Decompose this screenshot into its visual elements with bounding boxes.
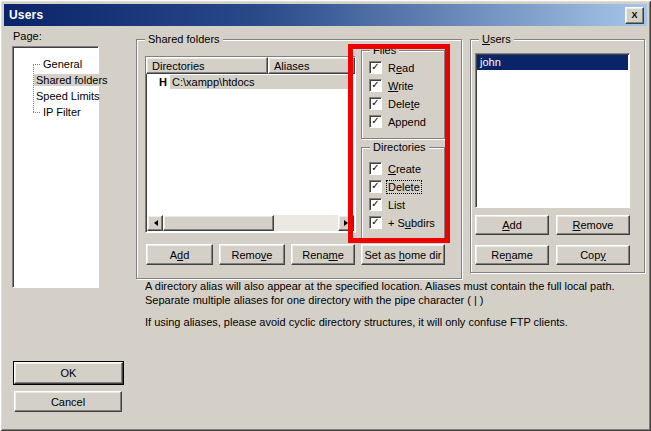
- files-group-label: Files: [370, 44, 399, 56]
- ok-button[interactable]: OK: [14, 362, 123, 384]
- append-checkbox-row[interactable]: ✓ Append: [369, 115, 427, 128]
- create-checkbox-row[interactable]: ✓ Create: [369, 162, 422, 175]
- files-permissions-group: Files ✓ Read ✓ Write ✓ Delete ✓ Append: [361, 50, 445, 139]
- users-listbox[interactable]: john: [475, 53, 630, 208]
- checkbox[interactable]: ✓: [369, 115, 382, 128]
- read-checkbox-row[interactable]: ✓ Read: [369, 61, 415, 74]
- cyclic-help-paragraph: If using aliases, please avoid cyclic di…: [145, 315, 637, 329]
- check-icon: ✓: [371, 181, 379, 191]
- scroll-right-icon: [344, 220, 351, 226]
- check-icon: ✓: [371, 62, 379, 72]
- title-bar[interactable]: Users X: [4, 4, 647, 26]
- page-tree: General Shared folders Speed Limits IP F…: [12, 46, 99, 288]
- home-directory-marker: H: [159, 76, 170, 88]
- tree-item-speed-limits[interactable]: Speed Limits: [13, 88, 98, 104]
- write-checkbox-row[interactable]: ✓ Write: [369, 79, 414, 92]
- users-group-label: Users: [479, 33, 514, 45]
- checkbox[interactable]: ✓: [369, 97, 382, 110]
- add-user-button[interactable]: Add: [475, 215, 549, 235]
- check-icon: ✓: [371, 116, 379, 126]
- set-as-home-dir-button[interactable]: Set as home dir: [361, 244, 445, 265]
- users-group: Users john Add Remove Rename Copy: [470, 39, 645, 273]
- subdirs-checkbox-row[interactable]: ✓ + Subdirs: [369, 216, 436, 229]
- remove-directory-button[interactable]: Remove: [219, 244, 285, 265]
- checkbox[interactable]: ✓: [369, 198, 382, 211]
- rename-directory-button[interactable]: Rename: [291, 244, 355, 265]
- tree-item-shared-folders[interactable]: Shared folders: [13, 72, 98, 88]
- ok-button-default-ring: OK: [13, 361, 124, 385]
- directories-permissions-group: Directories ✓ Create ✓ Delete ✓ List ✓ +…: [361, 147, 445, 240]
- check-icon: ✓: [371, 163, 379, 173]
- scroll-left-icon: [151, 220, 158, 226]
- check-icon: ✓: [371, 98, 379, 108]
- column-header-directories[interactable]: Directories: [146, 57, 268, 74]
- checkbox[interactable]: ✓: [369, 61, 382, 74]
- checkbox[interactable]: ✓: [369, 162, 382, 175]
- column-header-aliases[interactable]: Aliases: [268, 57, 355, 74]
- copy-user-button[interactable]: Copy: [556, 245, 630, 265]
- list-checkbox-row[interactable]: ✓ List: [369, 198, 406, 211]
- delete-directories-checkbox-row[interactable]: ✓ Delete: [369, 180, 421, 193]
- scroll-left-button[interactable]: [147, 215, 163, 231]
- delete-files-checkbox-row[interactable]: ✓ Delete: [369, 97, 421, 110]
- tree-connector: [33, 111, 40, 113]
- directories-group-label: Directories: [370, 141, 429, 153]
- close-button[interactable]: X: [625, 7, 644, 24]
- scrollbar-thumb[interactable]: [163, 215, 274, 231]
- alias-help-paragraph: A directory alias will also appear at th…: [145, 279, 637, 307]
- checkbox[interactable]: ✓: [369, 180, 382, 193]
- checkbox[interactable]: ✓: [369, 79, 382, 92]
- users-dialog: Users X Page: General Shared folders Spe…: [0, 0, 651, 431]
- rename-user-button[interactable]: Rename: [475, 245, 549, 265]
- directory-path: C:\xampp\htdocs: [170, 75, 353, 89]
- cancel-button[interactable]: Cancel: [14, 391, 122, 412]
- directories-listview: Directories Aliases H C:\xampp\htdocs: [145, 56, 356, 233]
- scrollbar-track[interactable]: [274, 215, 338, 231]
- close-icon: X: [631, 11, 637, 20]
- checkbox[interactable]: ✓: [369, 216, 382, 229]
- page-label: Page:: [13, 30, 42, 42]
- user-list-item[interactable]: john: [477, 55, 628, 70]
- listview-header: Directories Aliases: [146, 57, 355, 74]
- scroll-right-button[interactable]: [338, 215, 354, 231]
- tree-item-ip-filter[interactable]: IP Filter: [13, 104, 98, 120]
- check-icon: ✓: [371, 199, 379, 209]
- add-directory-button[interactable]: Add: [146, 244, 213, 265]
- directory-row[interactable]: H C:\xampp\htdocs: [146, 74, 355, 90]
- help-text: A directory alias will also appear at th…: [145, 279, 637, 337]
- window-title: Users: [4, 8, 43, 22]
- horizontal-scrollbar[interactable]: [147, 215, 354, 231]
- check-icon: ✓: [371, 80, 379, 90]
- remove-user-button[interactable]: Remove: [556, 215, 630, 235]
- tree-connector: [33, 63, 40, 65]
- shared-folders-group-label: Shared folders: [145, 33, 223, 45]
- check-icon: ✓: [371, 217, 379, 227]
- tree-item-general[interactable]: General: [13, 56, 98, 72]
